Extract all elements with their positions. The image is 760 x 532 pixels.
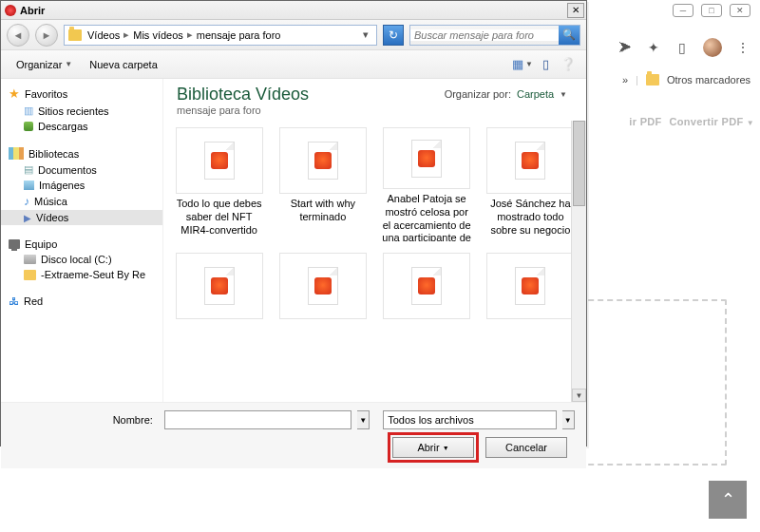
music-icon: ♪ xyxy=(24,195,29,208)
bookmarks-bar[interactable]: » | Otros marcadores xyxy=(622,74,750,86)
sidebar-item-disk-c[interactable]: Disco local (C:) xyxy=(1,252,162,267)
app-icon xyxy=(5,5,16,16)
scroll-down-button[interactable]: ▼ xyxy=(572,389,586,402)
filename-dropdown[interactable]: ▼ xyxy=(357,410,370,429)
breadcrumb[interactable]: mensaje para foro xyxy=(195,29,283,41)
filetype-filter[interactable]: Todos los archivos xyxy=(383,410,556,429)
chevron-down-icon: ▼ xyxy=(560,90,567,99)
file-grid: Todo lo que debes saber del NFT MIR4-con… xyxy=(163,116,586,402)
refresh-button[interactable]: ↻ xyxy=(383,25,404,46)
preview-pane-button[interactable]: ▯ xyxy=(537,56,554,73)
disk-icon xyxy=(24,255,36,264)
lion-icon xyxy=(522,277,539,294)
chevron-down-icon[interactable]: ▾ xyxy=(359,28,372,41)
bookmarks-label: Otros marcadores xyxy=(667,74,750,86)
lion-icon xyxy=(211,277,228,294)
video-icon: ▶ xyxy=(24,213,31,223)
cancel-button[interactable]: Cancelar xyxy=(485,437,567,458)
chevron-right-icon: ▸ xyxy=(122,28,131,41)
address-bar[interactable]: Vídeos ▸ Mis vídeos ▸ mensaje para foro … xyxy=(64,25,377,46)
image-icon xyxy=(24,180,34,190)
dialog-title: Abrir xyxy=(20,5,45,16)
close-button[interactable]: ✕ xyxy=(567,3,584,18)
sidebar-item-recent[interactable]: ▥Sitios recientes xyxy=(1,103,162,119)
file-item[interactable] xyxy=(169,249,269,370)
lion-icon xyxy=(314,152,332,169)
computer-icon xyxy=(9,239,20,249)
pdf-action[interactable]: ir PDF xyxy=(629,116,661,127)
window-minimize-button[interactable]: ─ xyxy=(673,4,694,17)
sidebar-item-documents[interactable]: ▤Documentos xyxy=(1,162,162,178)
folder-icon xyxy=(646,74,659,86)
sidebar-item-folder[interactable]: -Extraeme-Seut By Re xyxy=(1,267,162,282)
sidebar-group-network[interactable]: 🖧Red xyxy=(1,294,162,309)
lion-icon xyxy=(418,150,435,167)
lion-icon xyxy=(211,152,228,169)
titlebar: Abrir ✕ xyxy=(1,1,586,20)
open-button[interactable]: Abrir ▼ xyxy=(392,437,474,458)
file-item[interactable]: José Sánchez ha mostrado todo sobre su n… xyxy=(481,124,580,245)
filename-label: Nombre: xyxy=(12,414,159,426)
file-list-pane: Biblioteca Vídeos mensaje para foro Orga… xyxy=(162,79,586,402)
sidebar-group-favorites[interactable]: ★Favoritos xyxy=(1,85,162,103)
filetype-dropdown[interactable]: ▼ xyxy=(562,410,575,429)
folder-icon xyxy=(24,270,36,280)
breadcrumb[interactable]: Mis vídeos xyxy=(131,29,185,41)
sidebar-group-libraries[interactable]: Bibliotecas xyxy=(1,145,162,162)
navbar: ◄ ► Vídeos ▸ Mis vídeos ▸ mensaje para f… xyxy=(1,20,586,50)
lion-icon xyxy=(522,152,539,169)
scrollbar-thumb[interactable] xyxy=(573,121,585,206)
window-maximize-button[interactable]: □ xyxy=(701,4,722,17)
sidebar-item-downloads[interactable]: Descargas xyxy=(1,119,162,134)
sidebar-item-music[interactable]: ♪Música xyxy=(1,193,162,210)
chevron-right-icon: ▸ xyxy=(185,28,195,41)
pdf-action[interactable]: Convertir PDF ▼ xyxy=(670,116,754,127)
scrollbar[interactable]: ▼ xyxy=(571,121,586,402)
recent-icon: ▥ xyxy=(24,104,33,117)
dialog-footer: Nombre: ▼ Todos los archivos ▼ Abrir ▼ C… xyxy=(1,402,586,468)
chevron-right-icon: » xyxy=(622,74,628,86)
download-icon xyxy=(24,122,33,131)
reader-icon[interactable]: ▯ xyxy=(674,40,690,55)
window-close-button[interactable]: ✕ xyxy=(730,4,750,17)
file-item[interactable] xyxy=(377,249,477,370)
toolbar: Organizar▼ Nueva carpeta ▦▼ ▯ ❔ xyxy=(1,50,586,79)
back-button[interactable]: ◄ xyxy=(7,24,29,47)
view-mode-button[interactable]: ▦▼ xyxy=(514,56,531,73)
star-icon: ★ xyxy=(9,86,20,101)
search-button[interactable]: 🔍 xyxy=(559,26,580,45)
filename-input[interactable] xyxy=(164,410,352,429)
organize-by-menu[interactable]: Organizar por: Carpeta ▼ xyxy=(445,88,567,100)
lion-icon xyxy=(418,277,435,294)
organize-menu[interactable]: Organizar▼ xyxy=(10,56,78,73)
sidebar-group-computer[interactable]: Equipo xyxy=(1,237,162,252)
search-input[interactable] xyxy=(410,29,559,41)
pdf-actions: ir PDF Convertir PDF ▼ xyxy=(629,116,754,127)
folder-icon xyxy=(68,29,82,41)
sidebar: ★Favoritos ▥Sitios recientes Descargas B… xyxy=(1,79,162,402)
share-icon[interactable]: ⮞ xyxy=(618,40,633,55)
file-item[interactable] xyxy=(273,249,372,370)
extensions-icon[interactable]: ✦ xyxy=(646,40,661,55)
document-icon: ▤ xyxy=(24,163,33,176)
lion-icon xyxy=(314,277,332,294)
sidebar-item-images[interactable]: Imágenes xyxy=(1,178,162,193)
avatar[interactable] xyxy=(703,38,722,57)
help-button[interactable]: ❔ xyxy=(560,56,577,73)
sidebar-item-videos[interactable]: ▶Vídeos xyxy=(1,210,162,225)
file-item[interactable]: Anabel Patoja se mostró celosa por el ac… xyxy=(377,124,477,245)
forward-button[interactable]: ► xyxy=(35,24,58,47)
new-folder-button[interactable]: Nueva carpeta xyxy=(84,56,163,73)
file-item[interactable] xyxy=(481,249,580,370)
breadcrumb[interactable]: Vídeos xyxy=(86,29,122,41)
library-subtitle: mensaje para foro xyxy=(177,104,573,116)
file-open-dialog: Abrir ✕ ◄ ► Vídeos ▸ Mis vídeos ▸ mensaj… xyxy=(0,0,587,446)
file-item[interactable]: Todo lo que debes saber del NFT MIR4-con… xyxy=(169,124,269,245)
search-box[interactable]: 🔍 xyxy=(409,25,580,46)
divider: | xyxy=(636,74,638,86)
library-icon xyxy=(9,147,24,160)
scroll-top-button[interactable]: ⌃ xyxy=(709,481,747,519)
menu-icon[interactable]: ⋮ xyxy=(735,40,750,55)
network-icon: 🖧 xyxy=(9,295,19,307)
file-item[interactable]: Start with why terminado xyxy=(273,124,372,245)
